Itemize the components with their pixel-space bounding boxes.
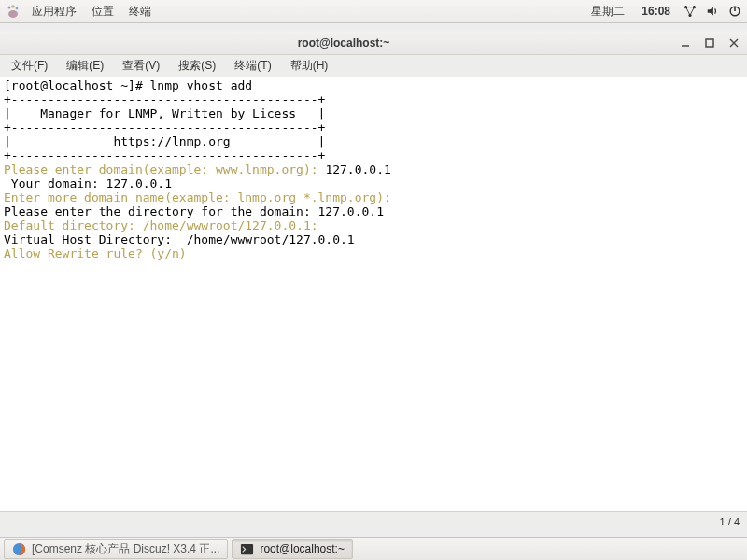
term-prompt: Allow Rewrite rule? (y/n) (4, 246, 194, 260)
minimize-button[interactable] (680, 37, 691, 49)
term-line: [root@localhost ~]# lnmp vhost add (4, 78, 252, 92)
term-input-value: 127.0.0.1 (325, 162, 390, 176)
svg-point-1 (11, 5, 15, 8)
window-titlebar[interactable]: root@localhost:~ (0, 31, 747, 55)
menu-file[interactable]: 文件(F) (2, 55, 57, 77)
svg-rect-14 (241, 543, 253, 553)
menu-help[interactable]: 帮助(H) (281, 55, 338, 77)
terminal-statusbar: 1 / 4 (0, 511, 747, 530)
maximize-button[interactable] (704, 37, 715, 49)
term-line: +---------------------------------------… (4, 92, 325, 106)
term-line: Virtual Host Directory: /home/wwwroot/12… (4, 232, 355, 246)
menu-edit[interactable]: 编辑(E) (57, 55, 113, 77)
term-line: | https://lnmp.org | (4, 134, 325, 148)
taskbar-item-label: root@localhost:~ (260, 542, 345, 555)
menu-terminal[interactable]: 终端 (125, 2, 155, 21)
clock-day[interactable]: 星期二 (587, 2, 628, 21)
term-line: : (311, 218, 318, 232)
taskbar-item-firefox[interactable]: [Comsenz 核心产品 Discuz! X3.4 正... (4, 539, 228, 559)
menu-places[interactable]: 位置 (88, 2, 118, 21)
firefox-icon (12, 542, 26, 556)
window-title: root@localhost:~ (7, 36, 680, 49)
term-prompt: Enter more domain name(example: lnmp.org… (4, 190, 399, 204)
term-input-value: 127.0.0.1 (318, 204, 384, 218)
svg-point-0 (8, 7, 11, 9)
gnome-foot-icon (6, 4, 21, 19)
term-line: Default directory: /home/wwwroot/ (4, 218, 245, 232)
terminal-icon (240, 542, 254, 556)
volume-icon[interactable] (706, 5, 719, 18)
power-icon[interactable] (728, 5, 741, 18)
gnome-bottom-panel: [Comsenz 核心产品 Discuz! X3.4 正... root@loc… (0, 537, 747, 560)
term-line: Your domain: 127.0.0.1 (4, 176, 172, 190)
status-page: 1 / 4 (720, 516, 740, 527)
term-line: 127.0.0.1 (245, 218, 310, 232)
svg-point-3 (8, 10, 18, 18)
terminal-menubar: 文件(F) 编辑(E) 查看(V) 搜索(S) 终端(T) 帮助(H) (0, 55, 747, 77)
terminal-window: root@localhost:~ 文件(F) 编辑(E) 查看(V) 搜索(S)… (0, 31, 747, 530)
taskbar-item-label: [Comsenz 核心产品 Discuz! X3.4 正... (32, 541, 219, 557)
term-line: Please enter the directory for the domai… (4, 204, 318, 218)
network-icon[interactable] (684, 5, 697, 18)
taskbar-item-terminal[interactable]: root@localhost:~ (232, 539, 353, 559)
terminal-content[interactable]: [root@localhost ~]# lnmp vhost add +----… (0, 77, 747, 511)
menu-view[interactable]: 查看(V) (113, 55, 169, 77)
gnome-top-panel: 应用程序 位置 终端 星期二 16:08 (0, 0, 747, 23)
svg-rect-10 (706, 39, 713, 47)
term-line: +---------------------------------------… (4, 120, 325, 134)
menu-applications[interactable]: 应用程序 (28, 2, 80, 21)
close-button[interactable] (728, 37, 740, 49)
menu-terminal-m[interactable]: 终端(T) (225, 55, 280, 77)
term-line: | Manager for LNMP, Written by Licess | (4, 106, 325, 120)
term-prompt: Please enter domain(example: www.lnmp.or… (4, 162, 325, 176)
menu-search[interactable]: 搜索(S) (169, 55, 225, 77)
clock-time[interactable]: 16:08 (638, 3, 674, 20)
term-line: +---------------------------------------… (4, 148, 325, 162)
svg-point-2 (16, 7, 19, 10)
desktop: root@localhost:~ 文件(F) 编辑(E) 查看(V) 搜索(S)… (0, 23, 747, 537)
